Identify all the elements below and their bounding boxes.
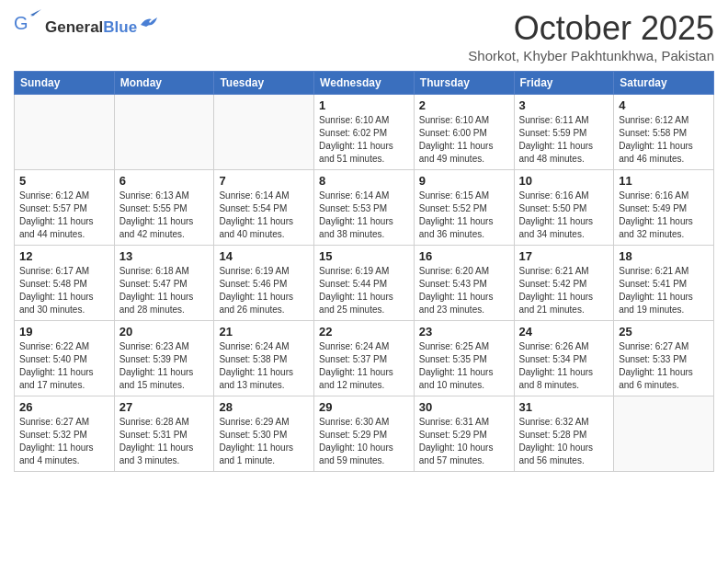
day-number: 30 (419, 400, 509, 414)
table-row: 3Sunrise: 6:11 AM Sunset: 5:59 PM Daylig… (514, 95, 614, 170)
day-info: Sunrise: 6:17 AM Sunset: 5:48 PM Dayligh… (19, 265, 109, 316)
calendar-week-2: 5Sunrise: 6:12 AM Sunset: 5:57 PM Daylig… (15, 170, 714, 246)
day-info: Sunrise: 6:31 AM Sunset: 5:29 PM Dayligh… (419, 416, 509, 467)
logo-general-text: General (45, 18, 103, 37)
day-info: Sunrise: 6:19 AM Sunset: 5:46 PM Dayligh… (219, 265, 309, 316)
day-number: 11 (619, 174, 709, 188)
day-number: 18 (619, 249, 709, 263)
day-number: 10 (519, 174, 609, 188)
table-row: 14Sunrise: 6:19 AM Sunset: 5:46 PM Dayli… (214, 246, 314, 321)
day-info: Sunrise: 6:23 AM Sunset: 5:39 PM Dayligh… (119, 340, 210, 392)
header-friday: Friday (514, 72, 614, 95)
day-number: 21 (219, 325, 309, 339)
logo-blue-text: Blue (103, 18, 137, 37)
day-info: Sunrise: 6:26 AM Sunset: 5:34 PM Dayligh… (519, 340, 609, 392)
day-number: 19 (19, 325, 109, 339)
calendar-header-row: Sunday Monday Tuesday Wednesday Thursday… (15, 72, 714, 95)
day-number: 25 (619, 325, 709, 339)
table-row: 27Sunrise: 6:28 AM Sunset: 5:31 PM Dayli… (114, 396, 214, 472)
day-number: 8 (319, 174, 409, 188)
table-row: 28Sunrise: 6:29 AM Sunset: 5:30 PM Dayli… (214, 396, 314, 472)
table-row: 15Sunrise: 6:19 AM Sunset: 5:44 PM Dayli… (314, 246, 415, 321)
table-row: 9Sunrise: 6:15 AM Sunset: 5:52 PM Daylig… (414, 170, 514, 246)
header-sunday: Sunday (15, 72, 115, 95)
day-number: 15 (319, 249, 409, 263)
day-info: Sunrise: 6:29 AM Sunset: 5:30 PM Dayligh… (219, 416, 309, 467)
day-info: Sunrise: 6:21 AM Sunset: 5:41 PM Dayligh… (619, 265, 709, 316)
day-info: Sunrise: 6:30 AM Sunset: 5:29 PM Dayligh… (319, 416, 409, 467)
calendar-week-5: 26Sunrise: 6:27 AM Sunset: 5:32 PM Dayli… (15, 396, 714, 472)
day-number: 29 (319, 400, 409, 414)
day-info: Sunrise: 6:16 AM Sunset: 5:49 PM Dayligh… (619, 190, 709, 241)
day-info: Sunrise: 6:18 AM Sunset: 5:47 PM Dayligh… (119, 265, 210, 316)
table-row: 4Sunrise: 6:12 AM Sunset: 5:58 PM Daylig… (614, 95, 714, 170)
day-number: 16 (419, 249, 509, 263)
table-row: 10Sunrise: 6:16 AM Sunset: 5:50 PM Dayli… (514, 170, 614, 246)
table-row (614, 396, 714, 472)
day-number: 20 (119, 325, 210, 339)
bird-icon (139, 17, 157, 32)
day-info: Sunrise: 6:15 AM Sunset: 5:52 PM Dayligh… (419, 190, 509, 241)
day-number: 5 (19, 174, 109, 188)
calendar-week-4: 19Sunrise: 6:22 AM Sunset: 5:40 PM Dayli… (15, 321, 714, 396)
day-info: Sunrise: 6:21 AM Sunset: 5:42 PM Dayligh… (519, 265, 609, 316)
table-row: 16Sunrise: 6:20 AM Sunset: 5:43 PM Dayli… (414, 246, 514, 321)
table-row: 29Sunrise: 6:30 AM Sunset: 5:29 PM Dayli… (314, 396, 415, 472)
table-row (114, 95, 214, 170)
table-row: 23Sunrise: 6:25 AM Sunset: 5:35 PM Dayli… (414, 321, 514, 396)
table-row: 17Sunrise: 6:21 AM Sunset: 5:42 PM Dayli… (514, 246, 614, 321)
table-row: 11Sunrise: 6:16 AM Sunset: 5:49 PM Dayli… (614, 170, 714, 246)
day-number: 27 (119, 400, 210, 414)
day-number: 4 (619, 98, 709, 112)
day-number: 3 (519, 98, 609, 112)
svg-text:G: G (14, 13, 28, 33)
table-row (15, 95, 115, 170)
day-info: Sunrise: 6:10 AM Sunset: 6:02 PM Dayligh… (319, 114, 409, 166)
day-number: 23 (419, 325, 509, 339)
day-number: 2 (419, 98, 509, 112)
table-row: 6Sunrise: 6:13 AM Sunset: 5:55 PM Daylig… (114, 170, 214, 246)
table-row: 21Sunrise: 6:24 AM Sunset: 5:38 PM Dayli… (214, 321, 314, 396)
day-info: Sunrise: 6:11 AM Sunset: 5:59 PM Dayligh… (519, 114, 609, 166)
day-info: Sunrise: 6:12 AM Sunset: 5:58 PM Dayligh… (619, 114, 709, 166)
day-info: Sunrise: 6:19 AM Sunset: 5:44 PM Dayligh… (319, 265, 409, 316)
table-row: 12Sunrise: 6:17 AM Sunset: 5:48 PM Dayli… (15, 246, 115, 321)
table-row: 26Sunrise: 6:27 AM Sunset: 5:32 PM Dayli… (15, 396, 115, 472)
day-info: Sunrise: 6:14 AM Sunset: 5:53 PM Dayligh… (319, 190, 409, 241)
calendar-week-3: 12Sunrise: 6:17 AM Sunset: 5:48 PM Dayli… (15, 246, 714, 321)
table-row: 7Sunrise: 6:14 AM Sunset: 5:54 PM Daylig… (214, 170, 314, 246)
page-container: G General Blue October 2025 Shorkot, Khy… (0, 0, 728, 563)
calendar-week-1: 1Sunrise: 6:10 AM Sunset: 6:02 PM Daylig… (15, 95, 714, 170)
logo-bird-icon: G (14, 9, 41, 46)
day-number: 1 (319, 98, 409, 112)
day-info: Sunrise: 6:13 AM Sunset: 5:55 PM Dayligh… (119, 190, 210, 241)
day-number: 24 (519, 325, 609, 339)
day-number: 22 (319, 325, 409, 339)
header-wednesday: Wednesday (314, 72, 415, 95)
day-number: 12 (19, 249, 109, 263)
day-number: 7 (219, 174, 309, 188)
day-info: Sunrise: 6:27 AM Sunset: 5:32 PM Dayligh… (19, 416, 109, 467)
day-info: Sunrise: 6:12 AM Sunset: 5:57 PM Dayligh… (19, 190, 109, 241)
table-row: 18Sunrise: 6:21 AM Sunset: 5:41 PM Dayli… (614, 246, 714, 321)
table-row: 22Sunrise: 6:24 AM Sunset: 5:37 PM Dayli… (314, 321, 415, 396)
day-info: Sunrise: 6:24 AM Sunset: 5:38 PM Dayligh… (219, 340, 309, 392)
table-row: 25Sunrise: 6:27 AM Sunset: 5:33 PM Dayli… (614, 321, 714, 396)
header-tuesday: Tuesday (214, 72, 314, 95)
day-info: Sunrise: 6:22 AM Sunset: 5:40 PM Dayligh… (19, 340, 109, 392)
logo: G General Blue (14, 9, 157, 46)
day-info: Sunrise: 6:14 AM Sunset: 5:54 PM Dayligh… (219, 190, 309, 241)
table-row: 8Sunrise: 6:14 AM Sunset: 5:53 PM Daylig… (314, 170, 415, 246)
table-row: 5Sunrise: 6:12 AM Sunset: 5:57 PM Daylig… (15, 170, 115, 246)
day-info: Sunrise: 6:32 AM Sunset: 5:28 PM Dayligh… (519, 416, 609, 467)
day-info: Sunrise: 6:28 AM Sunset: 5:31 PM Dayligh… (119, 416, 210, 467)
day-info: Sunrise: 6:16 AM Sunset: 5:50 PM Dayligh… (519, 190, 609, 241)
table-row (214, 95, 314, 170)
day-number: 17 (519, 249, 609, 263)
day-info: Sunrise: 6:20 AM Sunset: 5:43 PM Dayligh… (419, 265, 509, 316)
day-info: Sunrise: 6:24 AM Sunset: 5:37 PM Dayligh… (319, 340, 409, 392)
month-title: October 2025 (468, 9, 714, 48)
day-info: Sunrise: 6:27 AM Sunset: 5:33 PM Dayligh… (619, 340, 709, 392)
title-block: October 2025 Shorkot, Khyber Pakhtunkhwa… (468, 9, 714, 63)
day-info: Sunrise: 6:10 AM Sunset: 6:00 PM Dayligh… (419, 114, 509, 166)
